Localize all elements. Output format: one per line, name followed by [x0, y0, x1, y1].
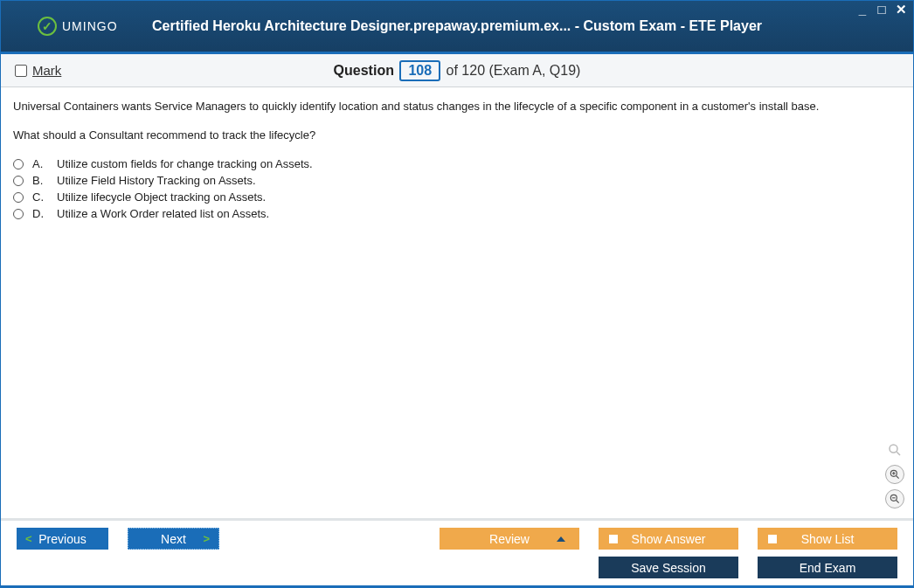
question-word: Question — [334, 63, 394, 78]
maximize-button[interactable]: □ — [875, 3, 889, 16]
title-bar: _ □ ✕ ✓ UMINGO Certified Heroku Architec… — [1, 1, 913, 52]
question-number: 108 — [399, 60, 440, 81]
zoom-in-button[interactable] — [885, 465, 904, 484]
show-list-label: Show List — [801, 532, 855, 546]
save-session-label: Save Session — [631, 561, 706, 575]
triangle-up-icon — [557, 536, 565, 542]
zoom-controls — [885, 440, 904, 508]
show-list-button[interactable]: Show List — [758, 528, 897, 550]
question-content: Universal Containers wants Service Manag… — [1, 87, 913, 517]
svg-line-3 — [897, 476, 899, 479]
window-title: Certified Heroku Architecture Designer.p… — [1, 18, 913, 34]
answer-list: A. Utilize custom fields for change trac… — [13, 157, 901, 220]
zoom-out-button[interactable] — [885, 489, 904, 508]
checkmark-icon: ✓ — [38, 17, 57, 36]
chevron-left-icon: < — [25, 532, 32, 545]
answer-option[interactable]: D. Utilize a Work Order related list on … — [13, 207, 901, 220]
previous-label: Previous — [38, 532, 86, 546]
question-line-2: What should a Consultant recommend to tr… — [13, 128, 901, 142]
radio-icon[interactable] — [13, 176, 24, 186]
save-session-button[interactable]: Save Session — [599, 557, 738, 578]
logo-text: UMINGO — [62, 19, 118, 33]
radio-icon[interactable] — [13, 209, 24, 219]
answer-letter: D. — [32, 207, 48, 220]
answer-letter: C. — [32, 190, 48, 204]
answer-text: Utilize custom fields for change trackin… — [57, 157, 313, 170]
next-label: Next — [161, 532, 186, 546]
mark-control: Mark — [15, 63, 61, 78]
next-button[interactable]: Next > — [128, 528, 219, 550]
close-button[interactable]: ✕ — [894, 3, 908, 16]
previous-button[interactable]: < Previous — [17, 528, 108, 550]
minimize-button[interactable]: _ — [855, 3, 869, 16]
answer-text: Utilize lifecycle Object tracking on Ass… — [57, 190, 266, 204]
answer-text: Utilize Field History Tracking on Assets… — [57, 174, 256, 187]
search-icon[interactable] — [885, 440, 904, 460]
svg-point-0 — [890, 445, 897, 453]
show-answer-button[interactable]: Show Answer — [599, 528, 738, 550]
square-icon — [768, 535, 777, 543]
answer-option[interactable]: C. Utilize lifecycle Object tracking on … — [13, 190, 901, 204]
svg-line-7 — [897, 501, 899, 503]
window-controls: _ □ ✕ — [855, 3, 908, 16]
review-button[interactable]: Review — [440, 528, 579, 550]
mark-checkbox[interactable] — [15, 65, 27, 77]
question-of-text: of 120 (Exam A, Q19) — [447, 63, 581, 78]
answer-letter: B. — [32, 174, 48, 187]
end-exam-label: End Exam — [800, 561, 856, 575]
end-exam-button[interactable]: End Exam — [758, 557, 897, 578]
answer-letter: A. — [32, 157, 48, 170]
question-toolbar: Mark Question 108 of 120 (Exam A, Q19) — [1, 54, 913, 87]
footer-bar: < Previous Next > Review Show Answer Sho… — [1, 518, 913, 585]
show-answer-label: Show Answer — [632, 532, 706, 546]
question-counter: Question 108 of 120 (Exam A, Q19) — [1, 60, 913, 81]
chevron-right-icon: > — [203, 532, 210, 545]
square-icon — [609, 535, 618, 543]
answer-text: Utilize a Work Order related list on Ass… — [57, 207, 269, 220]
answer-option[interactable]: B. Utilize Field History Tracking on Ass… — [13, 174, 901, 187]
mark-label[interactable]: Mark — [32, 63, 61, 78]
question-line-1: Universal Containers wants Service Manag… — [13, 100, 901, 113]
svg-line-1 — [897, 452, 900, 455]
answer-option[interactable]: A. Utilize custom fields for change trac… — [13, 157, 901, 170]
app-logo: ✓ UMINGO — [38, 17, 118, 36]
radio-icon[interactable] — [13, 159, 24, 169]
radio-icon[interactable] — [13, 192, 24, 203]
review-label: Review — [489, 532, 530, 546]
